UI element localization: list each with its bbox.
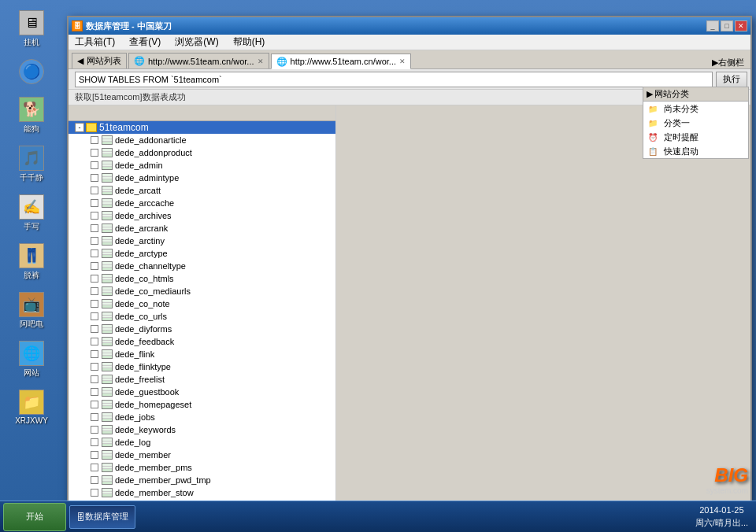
- table-checkbox[interactable]: [91, 249, 98, 257]
- desktop-icon-handwrite[interactable]: ✍ 手写: [4, 192, 59, 235]
- desktop-icon-nengou[interactable]: 🐕 能狗: [4, 94, 59, 137]
- table-row[interactable]: dede_channeltype: [69, 260, 335, 272]
- website-item-quickstart[interactable]: 📋 快速启动: [643, 144, 748, 158]
- website-panel: ▶ 网站分类 📁 尚未分类 📁 分类一 ⏰ 定时提醒: [643, 87, 749, 159]
- table-row[interactable]: dede_member_pms: [69, 461, 335, 474]
- table-row[interactable]: dede_keywords: [69, 423, 335, 436]
- desktop-icon-music[interactable]: 🎵 千千静: [4, 143, 59, 186]
- table-checkbox[interactable]: [91, 149, 98, 157]
- db-icon: [86, 123, 97, 132]
- table-checkbox[interactable]: [91, 388, 98, 396]
- minimize-button[interactable]: _: [706, 20, 719, 31]
- menu-browser[interactable]: 浏览器(W): [172, 35, 221, 49]
- table-row[interactable]: dede_member: [69, 449, 335, 461]
- tab-browser-1[interactable]: 🌐 http://www.51team.cn/wor... ✕: [128, 53, 269, 68]
- table-checkbox[interactable]: [91, 187, 98, 194]
- table-row[interactable]: dede_jobs: [69, 411, 335, 423]
- table-checkbox[interactable]: [91, 401, 98, 408]
- table-row[interactable]: dede_guestbook: [69, 386, 335, 398]
- desktop-icon-guaji[interactable]: 🖥 挂机: [4, 8, 59, 50]
- table-checkbox[interactable]: [91, 325, 98, 333]
- table-row[interactable]: dede_diyforms: [69, 323, 335, 335]
- table-row[interactable]: dede_arctiny: [69, 235, 335, 247]
- table-row[interactable]: dede_co_htmls: [69, 272, 335, 285]
- table-checkbox[interactable]: [91, 476, 98, 484]
- watermark-sub: system.com: [706, 486, 748, 495]
- table-checkbox[interactable]: [91, 287, 98, 295]
- table-row[interactable]: dede_co_mediaurls: [69, 285, 335, 297]
- table-checkbox[interactable]: [91, 199, 98, 207]
- taskbar-item-dbmanager[interactable]: 🗄 数据库管理: [69, 505, 135, 529]
- table-checkbox[interactable]: [91, 438, 98, 446]
- table-row[interactable]: dede_feedback: [69, 335, 335, 348]
- maximize-button[interactable]: □: [721, 20, 733, 31]
- table-checkbox[interactable]: [91, 489, 98, 497]
- table-icon: [102, 186, 113, 195]
- table-checkbox[interactable]: [91, 375, 98, 383]
- website-item-cat1[interactable]: 📁 分类一: [643, 116, 748, 130]
- table-row[interactable]: dede_co_note: [69, 297, 335, 310]
- table-row[interactable]: dede_member_pwd_tmp: [69, 474, 335, 486]
- table-checkbox[interactable]: [91, 350, 98, 358]
- table-checkbox[interactable]: [91, 363, 98, 371]
- tab-browser-1-close[interactable]: ✕: [258, 57, 264, 65]
- table-row[interactable]: dede_homepageset: [69, 398, 335, 411]
- table-row[interactable]: dede_log: [69, 436, 335, 449]
- table-checkbox[interactable]: [91, 300, 98, 308]
- table-name: dede_member_stow: [115, 488, 194, 497]
- table-name: dede_freelist: [115, 375, 165, 384]
- table-row[interactable]: dede_arcrank: [69, 222, 335, 235]
- desktop-icon-tv[interactable]: 📺 阿吧电: [4, 290, 59, 332]
- table-row[interactable]: dede_archives: [69, 209, 335, 222]
- table-checkbox[interactable]: [91, 212, 98, 220]
- desktop-icon-folder[interactable]: 📁 XRJXWY: [4, 387, 59, 427]
- table-checkbox[interactable]: [91, 312, 98, 320]
- table-name: dede_co_urls: [115, 312, 167, 321]
- table-checkbox[interactable]: [91, 413, 98, 421]
- table-checkbox[interactable]: [91, 464, 98, 471]
- table-checkbox[interactable]: [91, 262, 98, 270]
- tab-site-list[interactable]: ◀ 网站列表: [72, 53, 127, 68]
- table-checkbox[interactable]: [91, 426, 98, 434]
- table-row[interactable]: dede_member_stow: [69, 486, 335, 499]
- menu-view[interactable]: 查看(V): [126, 35, 164, 49]
- table-row[interactable]: dede_arcatt: [69, 184, 335, 197]
- table-checkbox[interactable]: [91, 451, 98, 459]
- table-checkbox[interactable]: [91, 224, 98, 232]
- menu-help[interactable]: 帮助(H): [230, 35, 269, 49]
- menu-tools[interactable]: 工具箱(T): [72, 35, 118, 49]
- tab-browser-2[interactable]: 🌐 http://www.51team.cn/wor... ✕: [271, 54, 412, 69]
- table-row[interactable]: dede_addonproduct: [69, 146, 335, 159]
- table-row[interactable]: dede_arccache: [69, 197, 335, 209]
- table-checkbox[interactable]: [91, 237, 98, 245]
- website-item-timer[interactable]: ⏰ 定时提醒: [643, 130, 748, 144]
- tabs-right-sidebar[interactable]: ▶ 右侧栏: [709, 57, 747, 68]
- sql-input[interactable]: [75, 72, 713, 87]
- music-icon: 🎵: [19, 146, 44, 171]
- table-checkbox[interactable]: [91, 136, 98, 144]
- table-row[interactable]: dede_flinktype: [69, 360, 335, 373]
- table-row[interactable]: dede_co_urls: [69, 310, 335, 323]
- table-checkbox[interactable]: [91, 275, 98, 283]
- table-checkbox[interactable]: [91, 161, 98, 169]
- table-row[interactable]: dede_admintype: [69, 172, 335, 184]
- table-row[interactable]: dede_admin: [69, 159, 335, 172]
- desktop-icon-blue[interactable]: 🔵: [4, 57, 59, 88]
- close-button[interactable]: ✕: [735, 20, 747, 31]
- desktop-icon-tuku[interactable]: 👖 脱裤: [4, 241, 59, 283]
- table-row[interactable]: dede_arctype: [69, 247, 335, 260]
- tab-browser-2-close[interactable]: ✕: [399, 57, 406, 65]
- table-row[interactable]: dede_addonarticle: [69, 134, 335, 146]
- website-item-uncategorized[interactable]: 📁 尚未分类: [643, 102, 748, 116]
- table-row[interactable]: dede_freelist: [69, 373, 335, 386]
- taskbar: 开始 🗄 数据库管理 2014-01-25 周六/晴月出...: [0, 501, 756, 532]
- tree-toggle[interactable]: -: [75, 123, 84, 132]
- start-button[interactable]: 开始: [3, 503, 66, 531]
- desktop-icon-website[interactable]: 🌐 网站: [4, 338, 59, 381]
- table-checkbox[interactable]: [91, 338, 98, 345]
- sql-execute-button[interactable]: 执行: [716, 72, 747, 87]
- db-node-51teamcom[interactable]: - 51teamcom: [69, 121, 335, 134]
- table-checkbox[interactable]: [91, 174, 98, 182]
- table-row[interactable]: dede_flink: [69, 348, 335, 360]
- tree-body[interactable]: - 51teamcom dede_addonarticle dede_addon…: [69, 121, 335, 502]
